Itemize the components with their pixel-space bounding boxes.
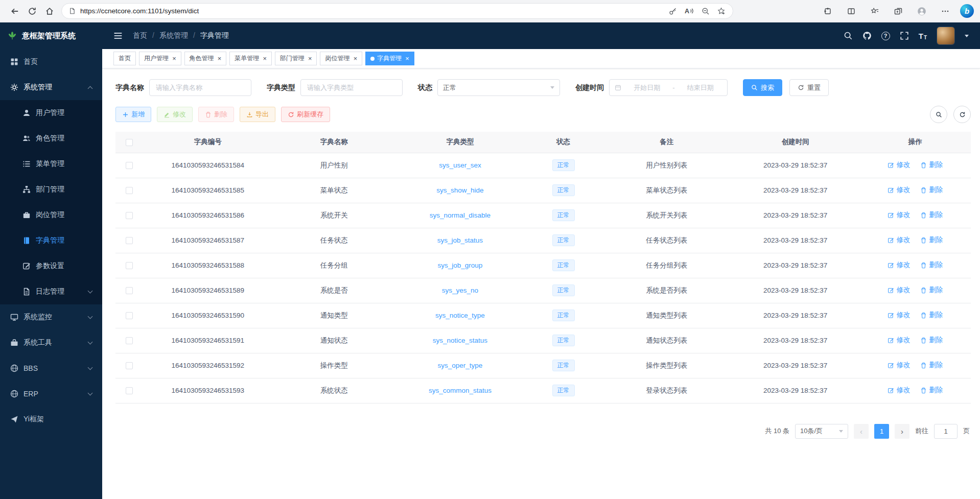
delete-link[interactable]: 删除 <box>920 260 943 270</box>
tab-close-icon[interactable]: × <box>405 55 409 62</box>
row-checkbox[interactable] <box>126 262 133 269</box>
sidebar-group-item[interactable]: 系统工具 <box>0 330 102 355</box>
edit-link[interactable]: 修改 <box>888 386 910 395</box>
sidebar-subitem[interactable]: 字典管理 <box>0 228 102 253</box>
dict-type-link[interactable]: sys_job_group <box>438 262 483 269</box>
delete-link[interactable]: 删除 <box>920 286 943 295</box>
edit-link[interactable]: 修改 <box>888 260 910 270</box>
sidebar-group-item[interactable]: 系统监控 <box>0 304 102 330</box>
favorite-star-icon[interactable] <box>717 7 726 15</box>
edit-link[interactable]: 修改 <box>888 336 910 345</box>
delete-button[interactable]: 删除 <box>198 107 234 122</box>
delete-link[interactable]: 删除 <box>920 311 943 320</box>
dict-type-link[interactable]: sys_yes_no <box>442 287 478 294</box>
tab[interactable]: 岗位管理 × <box>320 52 362 65</box>
add-button[interactable]: 新增 <box>115 107 151 122</box>
url-text[interactable]: https://ccnetcore.com:1101/system/dict <box>80 7 664 15</box>
favorites-bar-icon[interactable] <box>866 3 883 19</box>
row-checkbox[interactable] <box>126 187 133 194</box>
start-date-placeholder[interactable]: 开始日期 <box>625 83 668 92</box>
split-screen-icon[interactable] <box>843 3 860 19</box>
search-button[interactable]: 搜索 <box>743 79 782 96</box>
tab[interactable]: 首页 × <box>113 52 136 65</box>
table-refresh-button[interactable] <box>953 106 971 123</box>
delete-link[interactable]: 删除 <box>920 361 943 370</box>
browser-back-button[interactable] <box>6 3 24 19</box>
dict-type-link[interactable]: sys_job_status <box>437 236 483 244</box>
tab-close-icon[interactable]: × <box>172 55 176 62</box>
row-checkbox[interactable] <box>126 337 133 344</box>
tab-close-icon[interactable]: × <box>218 55 222 62</box>
address-bar[interactable]: https://ccnetcore.com:1101/system/dict A <box>61 3 733 19</box>
date-range-picker[interactable]: 开始日期 - 结束日期 <box>609 79 728 96</box>
sidebar-item-yiframework[interactable]: Yi框架 <box>0 407 102 432</box>
dict-type-link[interactable]: sys_user_sex <box>439 161 481 169</box>
status-select[interactable]: 正常 <box>437 79 560 96</box>
delete-link[interactable]: 删除 <box>920 386 943 395</box>
bing-icon[interactable]: b <box>960 4 974 18</box>
edit-link[interactable]: 修改 <box>888 361 910 370</box>
reset-button[interactable]: 重置 <box>789 79 829 96</box>
chevron-down-icon[interactable] <box>965 35 969 37</box>
more-menu-icon[interactable] <box>937 3 954 19</box>
breadcrumb-item[interactable]: 首页 <box>133 31 147 40</box>
sidebar-subitem[interactable]: 部门管理 <box>0 177 102 202</box>
browser-home-button[interactable] <box>41 3 58 19</box>
end-date-placeholder[interactable]: 结束日期 <box>679 83 722 92</box>
sidebar-subitem[interactable]: 角色管理 <box>0 126 102 151</box>
sidebar-subitem[interactable]: 参数设置 <box>0 253 102 279</box>
row-checkbox[interactable] <box>126 237 133 244</box>
dict-type-link[interactable]: sys_notice_status <box>433 337 487 344</box>
help-icon[interactable]: ? <box>881 32 890 40</box>
tab-close-icon[interactable]: × <box>353 55 357 62</box>
zoom-out-icon[interactable] <box>702 7 710 15</box>
delete-link[interactable]: 删除 <box>920 185 943 195</box>
tab[interactable]: 菜单管理 × <box>229 52 272 65</box>
select-all-checkbox[interactable] <box>126 139 133 146</box>
row-checkbox[interactable] <box>126 162 133 169</box>
menu-toggle-button[interactable] <box>113 31 123 40</box>
edit-link[interactable]: 修改 <box>888 286 910 295</box>
row-checkbox[interactable] <box>126 287 133 294</box>
sidebar-subitem[interactable]: 日志管理 <box>0 279 102 304</box>
dict-type-link[interactable]: sys_notice_type <box>435 312 485 319</box>
edit-link[interactable]: 修改 <box>888 235 910 245</box>
sidebar-group-item[interactable]: BBS <box>0 355 102 381</box>
header-search-icon[interactable] <box>844 31 853 40</box>
sidebar-subitem[interactable]: 岗位管理 <box>0 202 102 228</box>
sidebar-subitem[interactable]: 菜单管理 <box>0 151 102 177</box>
browser-profile-icon[interactable] <box>913 3 930 19</box>
delete-link[interactable]: 删除 <box>920 160 943 170</box>
prev-page-button[interactable]: ‹ <box>854 424 869 439</box>
edit-link[interactable]: 修改 <box>888 160 910 170</box>
tab[interactable]: 角色管理 × <box>184 52 227 65</box>
dict-type-link[interactable]: sys_show_hide <box>436 186 483 194</box>
tab[interactable]: 字典管理 × <box>365 52 414 65</box>
sidebar-item-home[interactable]: 首页 <box>0 49 102 75</box>
sidebar-group-item[interactable]: ERP <box>0 381 102 407</box>
row-checkbox[interactable] <box>126 312 133 319</box>
font-size-icon[interactable]: TT <box>919 32 927 40</box>
edit-button[interactable]: 修改 <box>157 107 193 122</box>
page-size-select[interactable]: 10条/页 <box>795 424 848 439</box>
next-page-button[interactable]: › <box>895 424 909 439</box>
breadcrumb-item[interactable]: 字典管理 <box>188 31 229 40</box>
row-checkbox[interactable] <box>126 387 133 394</box>
refresh-cache-button[interactable]: 刷新缓存 <box>281 107 330 122</box>
dict-type-link[interactable]: sys_common_status <box>429 387 492 394</box>
tab[interactable]: 用户管理 × <box>139 52 181 65</box>
fullscreen-icon[interactable] <box>900 31 909 40</box>
tab[interactable]: 部门管理 × <box>275 52 317 65</box>
collections-icon[interactable] <box>890 3 907 19</box>
delete-link[interactable]: 删除 <box>920 210 943 220</box>
password-key-icon[interactable] <box>669 7 677 15</box>
edit-link[interactable]: 修改 <box>888 210 910 220</box>
table-search-toggle-button[interactable] <box>930 106 947 123</box>
dict-type-link[interactable]: sys_normal_disable <box>430 211 491 219</box>
page-number[interactable]: 1 <box>874 424 889 439</box>
edit-link[interactable]: 修改 <box>888 311 910 320</box>
read-aloud-icon[interactable]: A <box>685 7 694 15</box>
delete-link[interactable]: 删除 <box>920 336 943 345</box>
edit-link[interactable]: 修改 <box>888 185 910 195</box>
dict-name-input[interactable] <box>149 79 251 96</box>
